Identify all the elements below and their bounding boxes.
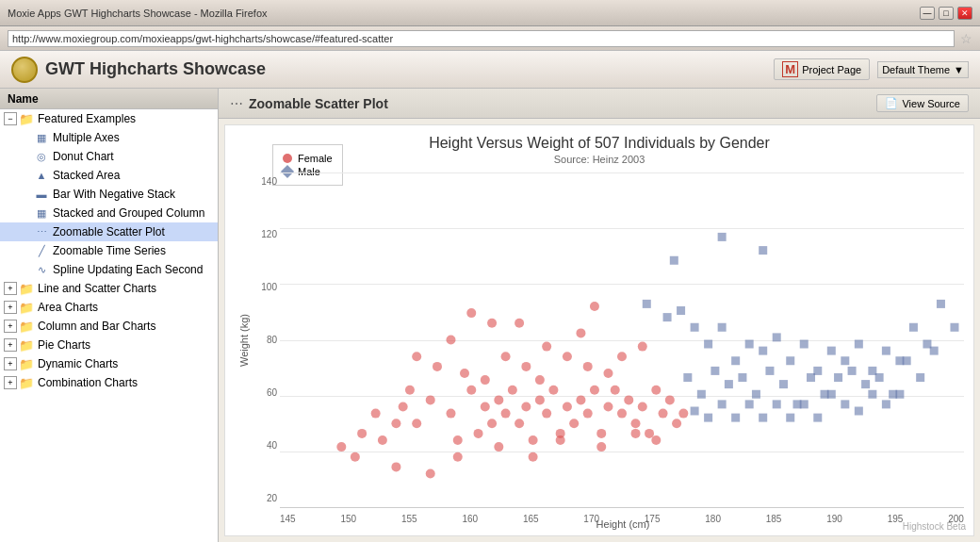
svg-point-43 bbox=[433, 362, 442, 371]
svg-rect-93 bbox=[683, 373, 692, 382]
svg-point-32 bbox=[617, 409, 627, 419]
address-bar[interactable]: http://www.moxiegroup.com/moxieapps/gwt-… bbox=[8, 30, 955, 47]
maximize-button[interactable]: □ bbox=[939, 7, 954, 20]
sidebar-item-stacked-area[interactable]: ▲ Stacked Area bbox=[0, 166, 218, 185]
expand-pie-charts-icon[interactable]: + bbox=[4, 338, 17, 352]
svg-point-8 bbox=[447, 409, 456, 419]
y-tick-120: 120 bbox=[253, 229, 277, 239]
y-tick-80: 80 bbox=[253, 335, 277, 345]
svg-rect-117 bbox=[691, 407, 699, 416]
svg-point-36 bbox=[645, 429, 654, 438]
expand-dynamic-charts-icon[interactable]: + bbox=[4, 357, 17, 370]
svg-point-9 bbox=[453, 435, 463, 445]
highstock-watermark: Highstock Beta bbox=[903, 521, 966, 532]
svg-rect-125 bbox=[800, 400, 808, 408]
project-page-button[interactable]: M Project Page bbox=[774, 58, 870, 80]
svg-point-70 bbox=[651, 435, 661, 445]
grid-line-bottom bbox=[280, 507, 964, 508]
svg-point-11 bbox=[481, 402, 490, 412]
svg-rect-83 bbox=[800, 340, 808, 349]
sidebar-item-multiple-axes[interactable]: ▦ Multiple Axes bbox=[0, 128, 218, 147]
svg-point-49 bbox=[603, 369, 612, 378]
chart-time-icon: ╱ bbox=[34, 243, 49, 258]
y-tick-140: 140 bbox=[253, 176, 277, 187]
svg-rect-109 bbox=[903, 356, 911, 365]
svg-point-14 bbox=[494, 395, 503, 404]
dropdown-arrow-icon: ▼ bbox=[954, 64, 964, 75]
svg-rect-79 bbox=[745, 340, 754, 349]
svg-rect-119 bbox=[718, 400, 727, 408]
expand-combination-icon[interactable]: + bbox=[4, 376, 17, 389]
svg-point-68 bbox=[596, 442, 606, 452]
svg-rect-81 bbox=[773, 333, 781, 341]
logo-circle bbox=[11, 57, 38, 83]
x-axis-label: Height (cm) bbox=[272, 518, 973, 530]
plot-area: 145 150 155 160 165 170 175 180 185 190 … bbox=[280, 172, 964, 507]
close-button[interactable]: ✕ bbox=[957, 7, 972, 20]
svg-point-42 bbox=[460, 369, 469, 378]
scatter-chart-header-icon: ⋯ bbox=[230, 96, 243, 111]
chart-grouped-icon: ▦ bbox=[34, 205, 49, 221]
svg-point-60 bbox=[638, 342, 647, 352]
sidebar-item-zoomable-scatter[interactable]: ⋯ Zoomable Scatter Plot bbox=[0, 222, 218, 241]
sidebar-label-featured-examples: Featured Examples bbox=[38, 112, 136, 125]
svg-point-65 bbox=[494, 442, 503, 452]
sidebar-item-stacked-grouped[interactable]: ▦ Stacked and Grouped Column bbox=[0, 204, 218, 222]
view-source-button[interactable]: 📄 View Source bbox=[876, 94, 969, 112]
svg-point-41 bbox=[501, 352, 511, 361]
svg-rect-131 bbox=[882, 400, 890, 408]
sidebar-item-featured-examples[interactable]: − 📁 Featured Examples bbox=[0, 109, 218, 128]
svg-point-20 bbox=[535, 395, 545, 404]
sidebar-label-zoomable-scatter: Zoomable Scatter Plot bbox=[53, 225, 165, 238]
scatter-plot-svg bbox=[280, 172, 964, 507]
sidebar-item-combination-charts[interactable]: + 📁 Combination Charts bbox=[0, 373, 218, 392]
folder-closed-line-icon: 📁 bbox=[19, 281, 34, 296]
sidebar-item-line-scatter[interactable]: + 📁 Line and Scatter Charts bbox=[0, 279, 218, 298]
chart-with-axes: Weight (kg) 140 120 100 80 60 40 20 bbox=[235, 172, 964, 507]
y-tick-20: 20 bbox=[253, 493, 277, 503]
svg-point-28 bbox=[590, 386, 599, 395]
sidebar-label-stacked-grouped: Stacked and Grouped Column bbox=[53, 206, 204, 220]
svg-point-21 bbox=[542, 409, 551, 419]
app-logo: GWT Highcharts Showcase bbox=[11, 57, 266, 83]
browser-toolbar: http://www.moxiegroup.com/moxieapps/gwt-… bbox=[0, 26, 980, 51]
folder-closed-pie-icon: 📁 bbox=[19, 337, 34, 353]
expand-featured-icon[interactable]: − bbox=[4, 112, 17, 125]
browser-title: Moxie Apps GWT Highcharts Showcase - Moz… bbox=[8, 8, 920, 19]
sidebar-label-combination-charts: Combination Charts bbox=[38, 376, 138, 389]
expand-column-bar-icon[interactable]: + bbox=[4, 320, 17, 333]
svg-rect-104 bbox=[834, 373, 842, 382]
sidebar-item-zoomable-time[interactable]: ╱ Zoomable Time Series bbox=[0, 241, 218, 260]
chart-area: Height Versus Weight of 507 Individuals … bbox=[224, 124, 974, 536]
svg-point-17 bbox=[514, 419, 524, 428]
svg-rect-96 bbox=[725, 380, 733, 388]
svg-point-19 bbox=[529, 435, 538, 445]
svg-rect-86 bbox=[841, 356, 849, 365]
svg-rect-122 bbox=[759, 414, 767, 422]
bookmark-icon[interactable]: ☆ bbox=[960, 31, 972, 46]
header-right: M Project Page Default Theme ▼ bbox=[774, 58, 969, 80]
expand-area-charts-icon[interactable]: + bbox=[4, 301, 17, 314]
sidebar-label-area-charts: Area Charts bbox=[38, 301, 98, 314]
app-title: GWT Highcharts Showcase bbox=[45, 59, 266, 79]
sidebar-item-column-bar[interactable]: + 📁 Column and Bar Charts bbox=[0, 317, 218, 336]
sidebar-item-donut-chart[interactable]: ◎ Donut Chart bbox=[0, 147, 218, 166]
sidebar-item-area-charts[interactable]: + 📁 Area Charts bbox=[0, 298, 218, 317]
expand-line-scatter-icon[interactable]: + bbox=[4, 282, 17, 295]
svg-point-38 bbox=[659, 409, 668, 419]
sidebar-item-pie-charts[interactable]: + 📁 Pie Charts bbox=[0, 336, 218, 354]
theme-select[interactable]: Default Theme ▼ bbox=[877, 61, 969, 78]
svg-rect-124 bbox=[786, 414, 794, 422]
svg-point-12 bbox=[487, 419, 497, 428]
sidebar-item-dynamic-charts[interactable]: + 📁 Dynamic Charts bbox=[0, 354, 218, 373]
sidebar-label-multiple-axes: Multiple Axes bbox=[53, 131, 120, 144]
minimize-button[interactable]: — bbox=[920, 7, 935, 20]
sidebar-label-spline-updating: Spline Updating Each Second bbox=[53, 263, 203, 276]
sidebar-item-spline-updating[interactable]: ∿ Spline Updating Each Second bbox=[0, 260, 218, 279]
sidebar-item-bar-negative-stack[interactable]: ▬ Bar With Negative Stack bbox=[0, 185, 218, 204]
sidebar-label-dynamic-charts: Dynamic Charts bbox=[38, 357, 118, 370]
svg-point-55 bbox=[535, 375, 545, 385]
svg-rect-132 bbox=[895, 390, 904, 399]
browser-controls: — □ ✕ bbox=[920, 7, 972, 20]
svg-point-44 bbox=[405, 386, 415, 395]
